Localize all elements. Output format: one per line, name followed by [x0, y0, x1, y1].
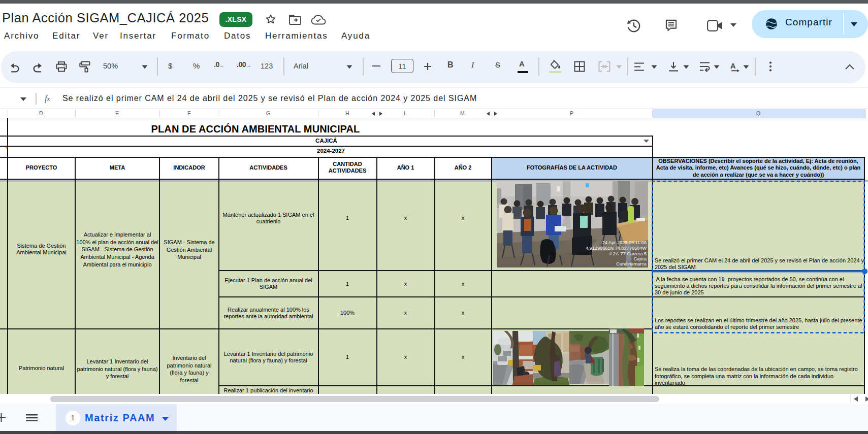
svg-text:# 2A-77 Carrera 5: # 2A-77 Carrera 5	[609, 251, 647, 256]
svg-text:Cundinamarca: Cundinamarca	[616, 261, 647, 266]
svg-text:Cajicá: Cajicá	[633, 256, 647, 261]
svg-text:24 Apr 2025 09:11:06: 24 Apr 2025 09:11:06	[602, 240, 647, 245]
svg-text:4.91290661N 74.02776504W: 4.91290661N 74.02776504W	[586, 246, 647, 251]
svg-text:A: A	[730, 62, 736, 70]
